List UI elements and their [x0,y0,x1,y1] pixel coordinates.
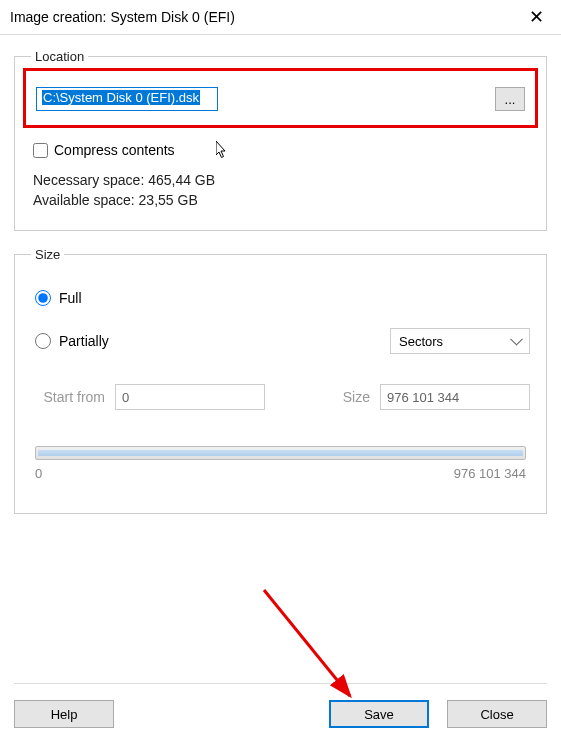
dialog-body: Location C:\System Disk 0 (EFI).dsk ... … [0,35,561,544]
available-space: Available space: 23,55 GB [33,192,530,208]
units-select[interactable]: Sectors [390,328,530,354]
close-button[interactable]: Close [447,700,547,728]
slider-track[interactable] [35,446,526,460]
compress-label: Compress contents [54,142,175,158]
location-group: Location C:\System Disk 0 (EFI).dsk ... … [14,49,547,231]
titlebar: Image creation: System Disk 0 (EFI) ✕ [0,0,561,35]
units-selected: Sectors [399,334,443,349]
size-group: Size Full Partially Sectors Start from S… [14,247,547,514]
svg-line-0 [264,590,350,696]
save-button[interactable]: Save [329,700,429,728]
compress-checkbox[interactable] [33,143,48,158]
browse-button[interactable]: ... [495,87,525,111]
slider-min: 0 [35,466,42,481]
full-radio-row[interactable]: Full [35,290,530,306]
startsize-row: Start from Size [31,384,530,410]
button-bar-right: Save Close [329,700,547,728]
start-from-input [115,384,265,410]
window-title: Image creation: System Disk 0 (EFI) [10,9,235,25]
full-label: Full [59,290,82,306]
close-icon[interactable]: ✕ [521,6,551,28]
full-radio[interactable] [35,290,51,306]
help-button[interactable]: Help [14,700,114,728]
size-legend: Size [31,247,64,262]
slider-max: 976 101 344 [454,466,526,481]
path-input[interactable] [36,87,218,111]
slider-minmax: 0 976 101 344 [35,466,526,481]
size-field-input [380,384,530,410]
location-highlight: C:\System Disk 0 (EFI).dsk ... [23,68,538,128]
slider[interactable]: 0 976 101 344 [35,446,526,481]
button-bar: Help Save Close [14,683,547,728]
partial-radio[interactable] [35,333,51,349]
partial-row: Partially Sectors [31,328,530,354]
size-field-label: Size [330,389,370,405]
compress-row[interactable]: Compress contents [33,142,530,158]
partial-radio-row[interactable]: Partially [35,333,109,349]
start-from-label: Start from [31,389,105,405]
partial-label: Partially [59,333,109,349]
location-legend: Location [31,49,88,64]
path-input-wrapper: C:\System Disk 0 (EFI).dsk [36,87,485,111]
necessary-space: Necessary space: 465,44 GB [33,172,530,188]
